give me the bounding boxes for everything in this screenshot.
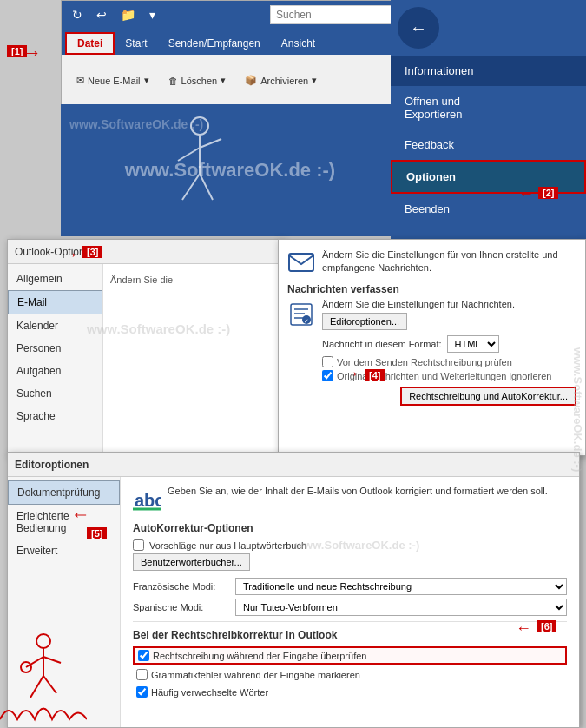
content-description: Ändern Sie die Einstellungen für von Ihn…: [322, 248, 576, 275]
checkbox-orig-label: Originalnachrichten und Weiterleitungen …: [337, 371, 551, 381]
arrow-1: →: [23, 42, 42, 64]
format-select[interactable]: HTML: [447, 335, 499, 353]
neue-email-btn[interactable]: ✉ Neue E-Mail ▾: [69, 70, 157, 90]
rs-label-0: Rechtschreibung während der Eingabe über…: [153, 651, 366, 661]
refresh-icon[interactable]: ↻: [69, 6, 86, 23]
benutzerwb-btn[interactable]: Benutzerwörterbücher...: [133, 553, 250, 571]
options-dialog-titlebar: Outlook-Optionen: [8, 240, 282, 264]
red-figures-area: [0, 624, 87, 728]
sidebar-email[interactable]: E-Mail: [8, 290, 102, 314]
sidebar-allgemein[interactable]: Allgemein: [8, 268, 102, 290]
vorschlaege-checkbox[interactable]: [133, 539, 144, 551]
rs-item-1: Grammatikfehler während der Eingabe mark…: [133, 667, 567, 682]
rs-btn-row: Rechtschreibung und AutoKorrektur...: [287, 387, 576, 406]
backstage-panel: ← Informationen Öffnen undExportieren Fe…: [391, 0, 586, 248]
sidebar-personen[interactable]: Personen: [8, 337, 102, 360]
watermark-area: www.SoftwareOK.de :-): [61, 104, 399, 236]
backstage-beenden[interactable]: Beenden: [391, 194, 586, 224]
franzoesisch-select[interactable]: Traditionelle und neue Rechtschreibung: [235, 578, 567, 595]
back-arrow-icon: ←: [410, 18, 427, 38]
annotation-1: [1]: [7, 45, 27, 57]
watermark-right: www.SoftwareOK.de :-): [571, 347, 584, 472]
tab-senden[interactable]: Senden/Empfangen: [158, 32, 271, 55]
content-area: ? Ändern Sie die Einstellungen für von I…: [278, 239, 586, 456]
sidebar-suchen[interactable]: Suchen: [8, 382, 102, 405]
dropdown-arrow2: ▾: [221, 75, 226, 86]
content-desc-row: Ändern Sie die Einstellungen für von Ihn…: [287, 248, 576, 276]
editor-sidebar-erweitert[interactable]: Erweitert: [8, 539, 120, 562]
red-stick-figures: [0, 624, 87, 728]
editor-header-row: abc Geben Sie an, wie der Inhalt der E-M…: [133, 486, 567, 513]
outlook-ribbon: ↻ ↩ 📁 ▾ Datei Start Senden/Empfangen Ans…: [61, 0, 399, 117]
undo-icon[interactable]: ↩: [93, 6, 110, 23]
tab-datei[interactable]: Datei: [65, 32, 115, 55]
email-icon: ✉: [76, 75, 84, 86]
loeschen-btn[interactable]: 🗑 Löschen ▾: [161, 70, 234, 90]
editor-dialog-title: Editoroptionen: [8, 453, 579, 477]
nachrichten-heading: Nachrichten verfassen: [287, 283, 576, 295]
sidebar-aufgaben[interactable]: Aufgaben: [8, 360, 102, 382]
vorschlaege-label: Vorschläge nur aus Hauptwörterbuch: [149, 540, 306, 551]
format-row: Nachricht in diesem Format: HTML: [322, 335, 576, 353]
editor-options-btn[interactable]: Editoroptionen...: [322, 313, 407, 330]
spanisch-label: Spanische Modi:: [133, 602, 228, 612]
options-sidebar: Allgemein E-Mail Kalender Personen Aufga…: [8, 264, 103, 455]
backstage-back-btn[interactable]: ←: [398, 7, 439, 49]
ribbon-tabs: Datei Start Senden/Empfangen Ansicht: [62, 29, 398, 55]
editor-sidebar-dokumentpruefung[interactable]: Dokumentprüfung: [8, 480, 120, 505]
svg-point-14: [36, 634, 50, 648]
options-dialog-title: Outlook-Optionen: [15, 246, 96, 258]
svg-text:✓: ✓: [304, 318, 309, 324]
svg-text:abc: abc: [135, 491, 161, 510]
backstage-oeffnen[interactable]: Öffnen undExportieren: [391, 86, 586, 129]
rs-heading: Bei der Rechtschreibkorrektur in Outlook: [133, 629, 567, 641]
rs-item-2: Häufig verwechselte Wörter: [133, 685, 567, 699]
svg-line-5: [200, 174, 213, 200]
editor-options-dialog: Editoroptionen Dokumentprüfung Erleichte…: [7, 452, 580, 728]
checkbox-orig-input[interactable]: [322, 370, 333, 381]
archive-icon[interactable]: 📁: [117, 6, 139, 23]
dropdown-arrow: ▾: [144, 75, 149, 86]
rechtschreibung-btn[interactable]: Rechtschreibung und AutoKorrektur...: [400, 387, 576, 406]
arch-icon: 📦: [245, 75, 257, 86]
svg-line-19: [43, 676, 56, 693]
archivieren-btn[interactable]: 📦 Archivieren ▾: [237, 70, 325, 90]
svg-point-0: [191, 117, 208, 135]
checkbox-rechtschreibung: Vor dem Senden Rechtschreibung prüfen: [322, 356, 576, 367]
dropdown-arrow3: ▾: [312, 75, 317, 86]
sidebar-kalender[interactable]: Kalender: [8, 314, 102, 337]
options-dialog-body: Allgemein E-Mail Kalender Personen Aufga…: [8, 264, 282, 455]
svg-line-17: [43, 657, 61, 663]
editor-body: Dokumentprüfung Erleichterte Bedienung E…: [8, 477, 579, 727]
editor-row: ✓ Ändern Sie die Einstellungen für Nachr…: [287, 299, 576, 330]
stick-figure: [165, 113, 234, 217]
backstage-feedback[interactable]: Feedback: [391, 129, 586, 160]
dropdown-icon[interactable]: ▾: [146, 6, 159, 23]
autokorrektur-heading: AutoKorrektur-Optionen: [133, 522, 567, 534]
nachrichten-desc: Ändern Sie die Einstellungen für Nachric…: [322, 299, 576, 330]
spanisch-select[interactable]: Nur Tuteo-Verbformen: [235, 599, 567, 616]
svg-line-18: [30, 676, 43, 698]
checkbox-rs-label: Vor dem Senden Rechtschreibung prüfen: [337, 357, 512, 367]
sidebar-sprache[interactable]: Sprache: [8, 405, 102, 427]
editor-sidebar-erleichtert[interactable]: Erleichterte Bedienung: [8, 505, 120, 539]
options-dialog: Outlook-Optionen Allgemein E-Mail Kalend…: [7, 239, 283, 456]
rs-item-0: Rechtschreibung während der Eingabe über…: [133, 646, 567, 665]
tab-ansicht[interactable]: Ansicht: [271, 32, 326, 55]
franzoesisch-row: Französische Modi: Traditionelle und neu…: [133, 578, 567, 595]
ribbon-toolbar: ↻ ↩ 📁 ▾: [62, 1, 398, 29]
backstage-optionen[interactable]: Optionen: [391, 160, 586, 194]
rs-checkbox-0[interactable]: [138, 650, 149, 661]
rs-checkbox-1[interactable]: [136, 669, 148, 680]
search-input[interactable]: [270, 5, 392, 24]
abc-icon: abc: [133, 486, 161, 513]
envelope-icon: [287, 248, 315, 276]
editor-icon: ✓: [287, 301, 315, 328]
rs-checkbox-2[interactable]: [136, 686, 148, 698]
checkbox-rs-input[interactable]: [322, 356, 333, 367]
backstage-informationen[interactable]: Informationen: [391, 56, 586, 86]
options-description-partial: Ändern Sie die: [110, 275, 275, 285]
svg-rect-6: [289, 254, 313, 271]
editor-desc: Geben Sie an, wie der Inhalt der E-Mails…: [168, 486, 567, 496]
tab-start[interactable]: Start: [115, 32, 157, 55]
